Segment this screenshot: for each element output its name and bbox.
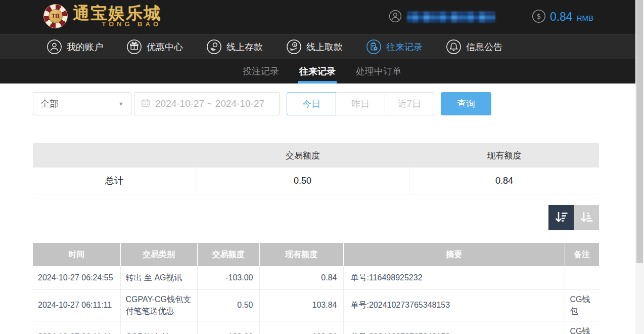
- cell-category: 转出 至 AG视讯: [120, 266, 197, 289]
- chip-monogram: TB: [49, 9, 63, 23]
- date-range-input[interactable]: 2024-10-27 ~ 2024-10-27: [134, 92, 280, 115]
- cell-time: 2024-10-27 06:11:11: [33, 321, 120, 334]
- svg-text:$: $: [536, 12, 541, 20]
- yesterday-button[interactable]: 昨日: [336, 92, 385, 115]
- cell-category: CGPAY-CG钱包支付笔笔送优惠: [120, 289, 197, 321]
- summary-table: 交易额度 现有额度 总计 0.50 0.84: [33, 143, 599, 194]
- nav-label: 往来记录: [386, 41, 423, 53]
- type-select-value: 全部: [40, 98, 59, 110]
- top-header-bar: TB 通宝娱乐城 TONG BAO $ 0.84 R: [0, 0, 644, 34]
- cell-remark: [565, 266, 599, 289]
- col-header-category: 交易类别: [120, 243, 197, 266]
- cell-balance: 0.84: [259, 266, 343, 289]
- summary-total-label: 总计: [33, 168, 196, 194]
- sort-descending-button[interactable]: [548, 205, 574, 230]
- summary-header-row: 交易额度 现有额度: [33, 143, 599, 168]
- summary-current-amount: 0.84: [409, 168, 599, 194]
- calendar-icon: [141, 98, 151, 110]
- page-scrollbar[interactable]: [635, 0, 644, 334]
- main-navigation: 我的账户 优惠中心 线上存款 $: [0, 34, 644, 59]
- cell-balance: 103.34: [259, 321, 343, 334]
- summary-header-transaction-amount: 交易额度: [196, 143, 409, 168]
- user-icon: [389, 10, 402, 25]
- gift-icon: [126, 39, 142, 55]
- account-info[interactable]: [389, 10, 495, 25]
- tab-betting-records[interactable]: 投注记录: [242, 59, 280, 84]
- tab-transaction-records[interactable]: 往来记录: [298, 59, 337, 84]
- nav-item-transaction-records[interactable]: 往来记录: [366, 39, 423, 55]
- cell-time: 2024-10-27 06:11:11: [33, 289, 120, 321]
- nav-label: 优惠中心: [147, 41, 183, 53]
- sort-ascending-icon: [579, 210, 594, 226]
- chevron-down-icon: ▼: [118, 101, 124, 107]
- cell-time: 2024-10-27 06:24:55: [33, 266, 120, 289]
- user-icon: [47, 39, 62, 55]
- last-7-days-button[interactable]: 近7日: [385, 92, 434, 115]
- brand-logo[interactable]: TB 通宝娱乐城 TONG BAO: [43, 4, 161, 28]
- nav-label: 信息公告: [466, 41, 502, 53]
- records-header-row: 时间 交易类别 交易额度 现有额度 摘要 备注: [33, 243, 599, 266]
- table-row: 2024-10-27 06:11:11 CGPAY支付 100.00 103.3…: [33, 321, 599, 334]
- cell-summary: 单号:202410273765348153: [343, 321, 565, 334]
- svg-text:$: $: [294, 43, 296, 47]
- bell-icon: [446, 39, 462, 55]
- nav-item-online-deposit[interactable]: 线上存款: [206, 39, 263, 55]
- cell-summary: 单号:202410273765348153: [343, 289, 565, 321]
- coin-dollar-icon: $: [532, 9, 546, 25]
- cell-remark: CG钱包: [565, 321, 599, 334]
- nav-label: 线上取款: [306, 41, 343, 53]
- col-header-summary: 摘要: [343, 243, 565, 266]
- date-range-value: 2024-10-27 ~ 2024-10-27: [155, 98, 264, 109]
- nav-item-my-account[interactable]: 我的账户: [47, 39, 103, 55]
- poker-chip-icon: TB: [43, 4, 68, 28]
- col-header-balance: 现有额度: [259, 243, 343, 266]
- transaction-records-table: 时间 交易类别 交易额度 现有额度 摘要 备注 2024-10-27 06:24…: [33, 243, 599, 334]
- filter-toolbar: 全部 ▼ 2024-10-27 ~ 2024-10-27 今日 昨日 近7日 查…: [33, 92, 599, 115]
- sort-button-group: [548, 205, 599, 230]
- brand-name-chinese: 通宝娱乐城: [73, 5, 161, 21]
- withdraw-icon: $: [286, 39, 302, 55]
- balance-amount: 0.84: [550, 10, 573, 24]
- today-button[interactable]: 今日: [287, 92, 336, 115]
- nav-label: 我的账户: [67, 41, 103, 53]
- nav-label: 线上存款: [226, 41, 263, 53]
- nav-item-online-withdrawal[interactable]: $ 线上取款: [286, 39, 343, 55]
- type-select[interactable]: 全部 ▼: [33, 92, 131, 115]
- wallet-balance[interactable]: $ 0.84 RMB: [532, 9, 593, 25]
- query-button[interactable]: 查询: [441, 92, 491, 115]
- deposit-icon: [206, 39, 222, 55]
- records-sub-navigation: 投注记录 往来记录 处理中订单: [0, 59, 644, 84]
- col-header-time: 时间: [33, 243, 120, 266]
- cell-category: CGPAY支付: [120, 321, 197, 334]
- tab-processing-orders[interactable]: 处理中订单: [355, 59, 402, 84]
- quick-date-button-group: 今日 昨日 近7日: [287, 92, 434, 115]
- nav-item-announcements[interactable]: 信息公告: [446, 39, 502, 55]
- nav-item-promotions[interactable]: 优惠中心: [126, 39, 183, 55]
- table-row: 2024-10-27 06:24:55 转出 至 AG视讯 -103.00 0.…: [33, 266, 599, 289]
- scrollbar-thumb[interactable]: [636, 0, 643, 263]
- summary-transaction-amount: 0.50: [196, 168, 409, 194]
- cell-amount: 100.00: [197, 321, 259, 334]
- summary-header-current-amount: 现有额度: [409, 143, 599, 168]
- col-header-remark: 备注: [565, 243, 599, 266]
- sort-descending-icon: [554, 210, 569, 226]
- cell-balance: 103.84: [259, 289, 343, 321]
- cell-amount: 0.50: [197, 289, 259, 321]
- cell-remark: CG钱包: [565, 289, 599, 321]
- records-icon: [366, 39, 382, 55]
- username-redacted: [407, 12, 495, 23]
- cell-summary: 单号:116498925232: [343, 266, 565, 289]
- summary-header-blank: [33, 143, 196, 168]
- table-row: 2024-10-27 06:11:11 CGPAY-CG钱包支付笔笔送优惠 0.…: [33, 289, 599, 321]
- balance-currency: RMB: [577, 14, 593, 22]
- cell-amount: -103.00: [197, 266, 259, 289]
- sort-ascending-button[interactable]: [574, 205, 599, 230]
- col-header-amount: 交易额度: [197, 243, 259, 266]
- summary-total-row: 总计 0.50 0.84: [33, 168, 599, 194]
